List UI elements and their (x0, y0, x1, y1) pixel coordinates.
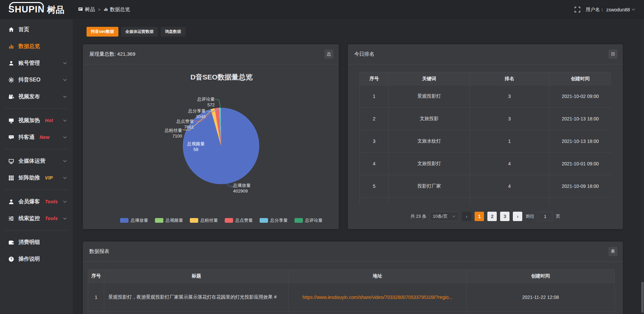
column-header: 关键词 (389, 72, 470, 85)
chevron-down-icon (63, 136, 67, 139)
table-row: 3文旅水纹灯12021-10-13 18:00 (360, 130, 611, 153)
svg-text:?: ? (10, 257, 12, 261)
sidebar-item-label: 数据总览 (18, 43, 40, 50)
sidebar-item-data-overview[interactable]: 数据总览 (0, 38, 73, 55)
pagination-total: 共 23 条 (411, 213, 427, 219)
username-label: 用户名： (586, 7, 604, 13)
logo-text-en: SHUPIN (8, 5, 45, 14)
legend-item[interactable]: 总评论量 (294, 217, 323, 223)
sidebar-item-label: 账号管理 (18, 60, 40, 67)
sidebar-item-clue-monitor[interactable]: 线索监控 Tools (0, 210, 73, 227)
sidebar: 首页 数据总览 账号管理 抖音SEO 视频发布 视频加热 Hot 抖客通 New… (0, 19, 73, 314)
top-header: SHUPIN 树品 树品 > 数据总览 用户名： zswodun88 (0, 0, 644, 19)
ranking-card: 今日排名 日 序号 关键词 排名 创建时间 1景观投影灯32021-10-02 … (348, 44, 623, 229)
legend-item[interactable]: 总播放量 (120, 217, 148, 223)
chevron-down-icon (63, 96, 67, 98)
sidebar-item-media-operation[interactable]: 全媒体运营 (0, 153, 73, 169)
chevron-down-icon (63, 79, 67, 81)
sidebar-item-label: 操作说明 (18, 256, 40, 263)
legend-swatch (225, 218, 233, 223)
legend-swatch (190, 218, 198, 223)
breadcrumb-item-overview[interactable]: 数据总览 (104, 6, 130, 13)
sidebar-item-member[interactable]: 会员爆客 Tools (0, 193, 73, 210)
sidebar-item-matrix-boost[interactable]: 矩阵助推 VIP (0, 169, 73, 186)
data-tabs: 抖音seo数据 全媒体运营数据 询盘数据 (87, 27, 185, 37)
sidebar-item-label: 首页 (18, 26, 29, 33)
video-link[interactable]: https://www.iesdouyin.com/share/video/70… (289, 283, 467, 312)
monitor-icon (8, 158, 14, 164)
pie-label-shares: 总分享量3049 (168, 108, 206, 119)
chevron-down-icon (63, 62, 67, 64)
scrollbar (641, 19, 644, 314)
breadcrumb: 树品 > 数据总览 (78, 6, 130, 13)
tab-media-operation-data[interactable]: 全媒体运营数据 (121, 27, 158, 37)
next-page-button[interactable]: › (513, 212, 522, 221)
chevron-down-icon (63, 160, 67, 162)
report-card-title: 数据报表 (89, 248, 109, 255)
bar-chart-icon (8, 43, 14, 49)
table-row: 5投影灯厂家42021-10-09 18:00 (360, 175, 611, 198)
page-button-3[interactable]: 3 (500, 212, 509, 221)
sidebar-item-consumption[interactable]: 消费明细 (0, 234, 73, 251)
chevron-down-icon (63, 201, 67, 203)
prev-page-button[interactable]: ‹ (462, 212, 471, 221)
tab-douyin-seo-data[interactable]: 抖音seo数据 (87, 27, 118, 37)
sidebar-item-help[interactable]: ? 操作说明 (0, 251, 73, 267)
sidebar-item-douyin-seo[interactable]: 抖音SEO (0, 71, 73, 88)
breadcrumb-item-home[interactable]: 树品 (78, 6, 95, 13)
column-header: 创建时间 (467, 270, 615, 283)
tab-inquiry-data[interactable]: 询盘数据 (161, 27, 185, 37)
column-header: 序号 (360, 72, 389, 85)
total-badge[interactable]: 总 (324, 50, 333, 59)
column-header: 地址 (289, 270, 467, 283)
goto-page-input[interactable] (538, 212, 552, 221)
sidebar-item-label: 全媒体运营 (18, 158, 45, 165)
chevron-down-icon (632, 8, 635, 11)
sidebar-item-home[interactable]: 首页 (0, 21, 73, 38)
pie-label-fans: 总粉丝量7100 (145, 127, 182, 139)
page-size-select[interactable]: 10条/页 (430, 212, 459, 221)
sidebar-item-video-heat[interactable]: 视频加热 Hot (0, 112, 73, 129)
day-badge[interactable]: 日 (608, 50, 618, 59)
sidebar-item-label: 抖客通 (18, 134, 35, 141)
sidebar-item-video-publish[interactable]: 视频发布 (0, 88, 73, 105)
page-button-2[interactable]: 2 (487, 212, 497, 221)
legend-swatch (294, 218, 303, 223)
sidebar-item-doukertong[interactable]: 抖客通 New (0, 129, 73, 146)
page-unit-label: 页 (556, 213, 560, 219)
sidebar-item-badge: New (40, 135, 50, 140)
column-header: 排名 (470, 72, 549, 85)
table-row: 2文旅投影32021-10-13 18:00 (360, 108, 611, 130)
ranking-table: 序号 关键词 排名 创建时间 1景观投影灯32021-10-02 09:00 2… (360, 72, 611, 205)
legend-item[interactable]: 总粉丝量 (190, 217, 218, 223)
pie-label-comments: 总评论量572 (177, 96, 215, 108)
scrollbar-thumb[interactable] (641, 282, 644, 313)
sidebar-divider (4, 190, 68, 190)
table-row (360, 198, 611, 205)
user-menu[interactable]: 用户名： zswodun88 (586, 7, 635, 13)
legend-item[interactable]: 总视频量 (155, 217, 183, 223)
fullscreen-icon[interactable] (575, 7, 580, 12)
legend-swatch (155, 218, 163, 223)
chevron-down-icon (63, 177, 67, 179)
sidebar-item-account[interactable]: 账号管理 (0, 55, 73, 71)
chat-icon (8, 134, 14, 140)
sidebar-item-badge: VIP (45, 175, 53, 180)
video-camera-icon (8, 94, 14, 100)
ranking-card-title: 今日排名 (354, 51, 374, 57)
page-button-1[interactable]: 1 (475, 212, 484, 221)
legend-item[interactable]: 总分享量 (260, 217, 288, 223)
table-header-row: 序号 关键词 排名 创建时间 (360, 72, 611, 85)
pagination: 共 23 条 10条/页 ‹ 1 2 3 › 前往 页 (348, 212, 623, 221)
overview-card-title: 展现量总数: 421,369 (89, 51, 136, 57)
board-icon (78, 7, 83, 12)
goto-label: 前往 (526, 213, 534, 219)
sidebar-item-label: 线索监控 (18, 215, 40, 222)
legend-item[interactable]: 总点赞量 (225, 217, 253, 223)
sidebar-item-badge: Hot (45, 118, 53, 123)
report-table: 序号 标题 地址 创建时间 1 景观投影灯，夜游景观投影灯厂家展示展示落花灯在花… (88, 269, 614, 314)
chevron-down-icon (63, 119, 67, 122)
table-badge[interactable]: 表 (608, 247, 618, 256)
table-header-row: 序号 标题 地址 创建时间 (88, 270, 615, 283)
video-title-cell: 景观投影灯，夜游景观投影灯厂家展示展示落花灯在花园里的灯光投影应用效果 # (104, 283, 289, 312)
